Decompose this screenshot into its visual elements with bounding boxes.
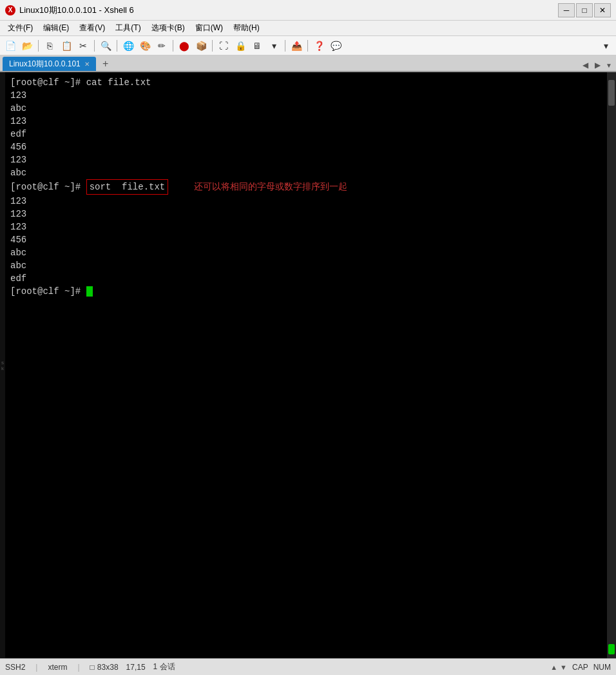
scroll-down-btn[interactable]: ▼ xyxy=(560,663,567,671)
prompt-final: [root@clf ~]# xyxy=(10,286,86,297)
toolbar-connect[interactable]: 🌐 xyxy=(120,39,136,53)
toolbar-sep4 xyxy=(173,40,173,52)
close-button[interactable]: ✕ xyxy=(594,3,611,17)
toolbar-stop[interactable]: ⬤ xyxy=(177,39,192,53)
cmd-1: cat file.txt xyxy=(86,77,151,88)
status-sep1: | xyxy=(35,663,37,672)
terminal-wrapper: sk [root@clf ~]# cat file.txt 123 abc 12… xyxy=(0,72,616,658)
toolbar-cut[interactable]: ✂ xyxy=(75,39,91,53)
toolbar-new[interactable]: 📄 xyxy=(3,39,18,53)
title-bar-left: X Linux10期10.0.0.101 - Xshell 6 xyxy=(5,5,134,16)
term-line-9: 123 xyxy=(10,195,602,208)
toolbar-sep5 xyxy=(212,40,213,52)
toolbar-paste[interactable]: 📋 xyxy=(59,39,74,53)
menu-tabs[interactable]: 选项卡(B) xyxy=(146,21,190,35)
term-line-2: 123 xyxy=(10,89,602,102)
status-position: 17,15 xyxy=(126,663,146,672)
scroll-arrows: ▲ ▼ xyxy=(550,663,567,671)
term-line-5: edf xyxy=(10,128,602,141)
toolbar-sep1 xyxy=(38,40,39,52)
terminal-scrollbar[interactable] xyxy=(607,72,616,658)
status-num-label: NUM xyxy=(593,663,611,672)
tab-label: Linux10期10.0.0.101 xyxy=(9,59,81,70)
toolbar-help[interactable]: ❓ xyxy=(311,39,327,53)
status-cap-label: CAP xyxy=(572,663,588,672)
menu-tools[interactable]: 工具(T) xyxy=(110,21,146,35)
term-line-15: edf xyxy=(10,272,602,285)
tab-close-btn[interactable]: ✕ xyxy=(84,61,90,68)
term-line-4: 123 xyxy=(10,115,602,128)
toolbar-send[interactable]: 📤 xyxy=(289,39,304,53)
menu-edit[interactable]: 编辑(E) xyxy=(38,21,74,35)
terminal-area[interactable]: [root@clf ~]# cat file.txt 123 abc 123 e… xyxy=(5,72,607,658)
toolbar-sep3 xyxy=(117,40,117,52)
menu-help[interactable]: 帮助(H) xyxy=(228,21,265,35)
toolbar-open[interactable]: 📂 xyxy=(19,39,35,53)
tab-main[interactable]: Linux10期10.0.0.101 ✕ xyxy=(3,57,96,71)
title-bar: X Linux10期10.0.0.101 - Xshell 6 ─ □ ✕ xyxy=(0,0,616,21)
toolbar-color[interactable]: 🎨 xyxy=(137,39,153,53)
app-icon: X xyxy=(5,5,15,15)
terminal-left-bar: sk xyxy=(0,72,5,658)
status-size: □ 83x38 xyxy=(90,663,119,672)
status-sep2: | xyxy=(77,663,79,672)
status-session-label: 1 会话 xyxy=(153,661,175,672)
menu-bar: 文件(F) 编辑(E) 查看(V) 工具(T) 选项卡(B) 窗口(W) 帮助(… xyxy=(0,21,616,36)
status-ssh-label: SSH2 xyxy=(5,663,25,672)
status-sessions: 1 会话 xyxy=(153,661,175,672)
term-line-14: abc xyxy=(10,259,602,272)
toolbar-copy[interactable]: ⎘ xyxy=(42,39,57,53)
term-line-8: abc xyxy=(10,166,602,179)
sort-annotation: 还可以将相同的字母或数字排序到一起 xyxy=(194,182,347,192)
status-right: ▲ ▼ CAP NUM xyxy=(550,663,611,672)
status-xterm-label: xterm xyxy=(48,663,67,672)
minimize-button[interactable]: ─ xyxy=(558,3,575,17)
tab-bar: Linux10期10.0.0.101 ✕ + ◀ ▶ ▼ xyxy=(0,55,616,72)
toolbar-compose[interactable]: ✏ xyxy=(154,39,169,53)
toolbar-lock[interactable]: 🔒 xyxy=(233,39,248,53)
toolbar-more[interactable]: ▾ xyxy=(266,39,282,53)
tab-add-btn[interactable]: + xyxy=(99,57,113,71)
toolbar-sep7 xyxy=(307,40,308,52)
menu-window[interactable]: 窗口(W) xyxy=(190,21,228,35)
term-line-3: abc xyxy=(10,102,602,115)
menu-file[interactable]: 文件(F) xyxy=(3,21,38,35)
toolbar-sep6 xyxy=(285,40,285,52)
term-line-10: 123 xyxy=(10,208,602,220)
status-connection: SSH2 xyxy=(5,663,25,672)
toolbar-find[interactable]: 🔍 xyxy=(98,39,113,53)
status-pos-label: 17,15 xyxy=(126,663,146,672)
term-line-1: [root@clf ~]# cat file.txt xyxy=(10,76,602,89)
scroll-up-btn[interactable]: ▲ xyxy=(550,663,557,671)
tab-nav: ◀ ▶ ▼ xyxy=(580,59,613,71)
toolbar-sep2 xyxy=(94,40,95,52)
scrollbar-thumb[interactable] xyxy=(608,80,615,106)
status-size-label: □ xyxy=(90,663,95,672)
status-bar: SSH2 | xterm | □ 83x38 17,15 1 会话 ▲ ▼ CA… xyxy=(0,658,616,675)
term-line-6: 456 xyxy=(10,141,602,153)
left-bar-label: sk xyxy=(1,360,4,371)
toolbar-menu-btn[interactable]: ▾ xyxy=(598,39,613,53)
term-line-12: 456 xyxy=(10,233,602,246)
toolbar-fullscreen[interactable]: ⛶ xyxy=(216,39,231,53)
terminal-cursor xyxy=(86,286,93,297)
tab-next-btn[interactable]: ▶ xyxy=(592,59,603,71)
toolbar-btn2[interactable]: 📦 xyxy=(193,39,209,53)
toolbar-end-spacer: ▾ xyxy=(598,39,613,53)
toolbar: 📄 📂 ⎘ 📋 ✂ 🔍 🌐 🎨 ✏ ⬤ 📦 ⛶ 🔒 🖥 ▾ 📤 ❓ 💬 ▾ xyxy=(0,36,616,55)
tab-prev-btn[interactable]: ◀ xyxy=(580,59,591,71)
toolbar-info[interactable]: 💬 xyxy=(328,39,343,53)
prompt-1: [root@clf ~]# xyxy=(10,77,86,88)
term-line-sort: [root@clf ~]# sort file.txt还可以将相同的字母或数字排… xyxy=(10,179,602,195)
term-line-11: 123 xyxy=(10,220,602,233)
window-title: Linux10期10.0.0.101 - Xshell 6 xyxy=(19,5,134,16)
term-line-7: 123 xyxy=(10,153,602,166)
prompt-sort: [root@clf ~]# xyxy=(10,182,86,192)
menu-view[interactable]: 查看(V) xyxy=(74,21,110,35)
scrollbar-bottom-indicator xyxy=(608,644,615,654)
maximize-button[interactable]: □ xyxy=(576,3,593,17)
status-size-value: 83x38 xyxy=(97,663,119,672)
toolbar-remote[interactable]: 🖥 xyxy=(249,39,265,53)
tab-dropdown-btn[interactable]: ▼ xyxy=(604,61,613,70)
scrollbar-green-indicator xyxy=(608,644,615,654)
